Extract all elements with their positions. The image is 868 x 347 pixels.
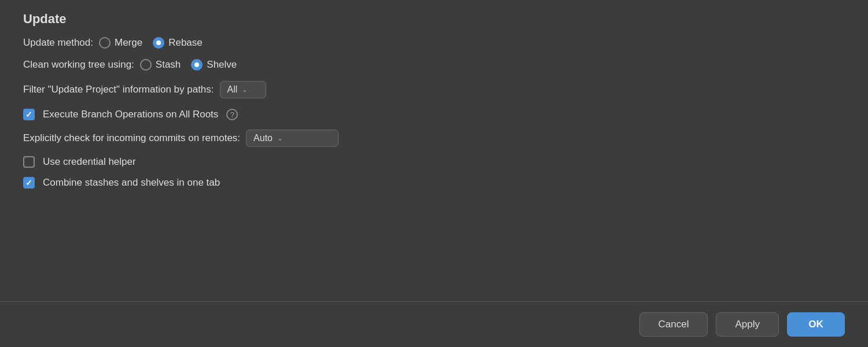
shelve-radio-label: Shelve [207, 59, 237, 71]
apply-button[interactable]: Apply [716, 312, 779, 337]
shelve-radio-circle[interactable] [191, 59, 203, 71]
chevron-down-icon: ⌄ [242, 86, 248, 94]
stash-radio-option[interactable]: Stash [140, 59, 181, 71]
credential-helper-row[interactable]: Use credential helper [23, 156, 845, 168]
clean-working-tree-row: Clean working tree using: Stash Shelve [23, 59, 845, 71]
section-title: Update [23, 12, 845, 27]
dialog-footer: Cancel Apply OK [0, 301, 868, 347]
shelve-radio-option[interactable]: Shelve [191, 59, 237, 71]
credential-helper-checkbox[interactable] [23, 156, 35, 168]
merge-radio-label: Merge [115, 37, 142, 49]
update-method-row: Update method: Merge Rebase [23, 37, 845, 49]
filter-paths-row: Filter "Update Project" information by p… [23, 81, 845, 98]
execute-branch-label: Execute Branch Operations on All Roots [43, 109, 218, 120]
merge-radio-option[interactable]: Merge [99, 37, 142, 49]
filter-paths-value: All [227, 84, 238, 95]
credential-helper-label: Use credential helper [43, 156, 136, 168]
help-icon[interactable]: ? [226, 109, 238, 120]
incoming-commits-label: Explicitly check for incoming commits on… [23, 132, 240, 144]
chevron-down-icon-2: ⌄ [277, 134, 283, 142]
rebase-radio-circle[interactable] [153, 37, 164, 49]
cancel-button[interactable]: Cancel [639, 312, 708, 337]
clean-working-tree-label: Clean working tree using: [23, 59, 134, 71]
combine-stashes-row[interactable]: Combine stashes and shelves in one tab [23, 177, 845, 189]
stash-radio-label: Stash [156, 59, 181, 71]
incoming-commits-row: Explicitly check for incoming commits on… [23, 130, 845, 147]
combine-stashes-checkbox[interactable] [23, 177, 35, 189]
combine-stashes-label: Combine stashes and shelves in one tab [43, 177, 220, 189]
execute-branch-row[interactable]: Execute Branch Operations on All Roots ? [23, 109, 845, 120]
rebase-radio-label: Rebase [168, 37, 203, 49]
filter-paths-label: Filter "Update Project" information by p… [23, 84, 214, 95]
execute-branch-checkbox[interactable] [23, 109, 35, 120]
content-area: Update Update method: Merge Rebase Clean… [0, 0, 868, 301]
settings-dialog: Update Update method: Merge Rebase Clean… [0, 0, 868, 347]
clean-working-tree-radio-group: Stash Shelve [140, 59, 237, 71]
incoming-commits-dropdown[interactable]: Auto ⌄ [246, 130, 339, 147]
update-method-radio-group: Merge Rebase [99, 37, 203, 49]
rebase-radio-option[interactable]: Rebase [153, 37, 203, 49]
merge-radio-circle[interactable] [99, 37, 111, 49]
stash-radio-circle[interactable] [140, 59, 152, 71]
ok-button[interactable]: OK [787, 312, 845, 337]
update-method-label: Update method: [23, 37, 93, 49]
filter-paths-dropdown[interactable]: All ⌄ [220, 81, 266, 98]
incoming-commits-value: Auto [253, 133, 273, 143]
